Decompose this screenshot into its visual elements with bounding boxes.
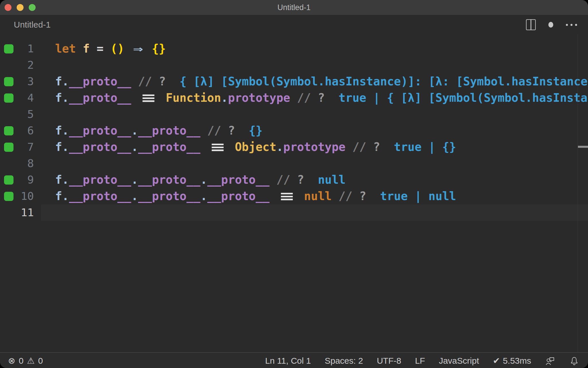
code-content[interactable]: f.__proto__ ≡ Function.prototype // ? tr… [41,90,588,106]
title-bar: Untitled-1 [0,0,588,15]
token-q: ? [318,91,325,104]
token-ref: f [55,91,62,104]
token-dot: . [131,140,138,154]
token-pln [166,75,179,88]
unsaved-dot-icon[interactable] [548,22,553,28]
code-line-10[interactable]: 10f.__proto__.__proto__.__proto__ ≡ null… [0,188,588,204]
token-pln [221,124,228,137]
quokka-time-status[interactable]: ✔ 5.53ms [493,356,531,366]
token-res: true | {} [394,140,456,154]
code-content[interactable] [41,106,588,122]
split-editor-icon[interactable] [526,19,536,30]
token-ref: f [55,124,62,137]
token-par: {} [152,42,166,55]
quokka-coverage-icon [4,175,13,185]
code-content[interactable] [41,155,588,172]
status-bar: ⊗ 0 ⚠ 0 Ln 11, Col 1 Spaces: 2 UTF-8 LF … [0,352,588,368]
code-line-5[interactable]: 5 [0,106,588,122]
token-def: f [83,42,90,55]
token-res: null [318,173,345,186]
token-dot: . [276,140,283,154]
token-pln [304,173,318,186]
token-proto: __proto__ [69,91,131,104]
token-ref: f [55,189,62,203]
gutter: 6 [0,122,41,139]
code-content[interactable]: f.__proto__.__proto__ ≡ Object.prototype… [41,139,588,155]
quokka-coverage-icon [4,192,13,201]
token-dot: . [62,173,69,186]
token-proto: __proto__ [69,140,131,154]
code-editor[interactable]: 1let f = () ⇒ {}23f.__proto__ // ? { [λ]… [0,34,588,352]
gutter: 8 [0,155,41,172]
status-bar-right: Ln 11, Col 1 Spaces: 2 UTF-8 LF JavaScri… [265,356,579,366]
token-q: ? [159,75,166,88]
token-dot: . [200,173,207,186]
eol-status[interactable]: LF [415,356,425,366]
code-line-2[interactable]: 2 [0,57,588,73]
line-number: 4 [13,90,41,106]
quokka-coverage-icon [4,44,13,53]
tab-untitled-1[interactable]: Untitled-1 [14,20,51,30]
code-content[interactable]: f.__proto__.__proto__.__proto__ ≡ null /… [41,188,588,204]
cursor-position[interactable]: Ln 11, Col 1 [265,356,311,366]
token-ref: f [55,140,62,154]
quokka-coverage-icon [4,143,13,152]
token-cls: Function [166,91,221,104]
indentation-status[interactable]: Spaces: 2 [325,356,363,366]
code-line-11[interactable]: 11 [0,204,588,221]
feedback-icon[interactable] [545,356,555,366]
token-pln [235,124,249,137]
code-content[interactable]: f.__proto__ // ? { [λ] [Symbol(Symbol.ha… [41,73,588,90]
token-pln [352,189,359,203]
line-number: 2 [13,57,41,73]
token-proto: __proto__ [207,173,270,186]
code-line-7[interactable]: 7f.__proto__.__proto__ ≡ Object.prototyp… [0,139,588,155]
vscode-window: Untitled-1 Untitled-1 1let f = () ⇒ {}23… [0,0,588,368]
problems-status[interactable]: ⊗ 0 ⚠ 0 [8,356,43,366]
token-pln [270,173,276,186]
code-line-8[interactable]: 8 [0,155,588,172]
line-number: 8 [13,155,41,172]
token-cmt: // [352,140,366,154]
token-pln [131,75,138,88]
encoding-status[interactable]: UTF-8 [377,356,401,366]
line-number: 1 [13,41,41,57]
code-content[interactable]: f.__proto__.__proto__.__proto__ // ? nul… [41,172,588,188]
gutter: 3 [0,73,41,90]
code-line-9[interactable]: 9f.__proto__.__proto__.__proto__ // ? nu… [0,172,588,188]
ellipsis-icon[interactable] [566,24,577,26]
token-dot: . [62,91,69,104]
token-res: true | null [380,189,456,203]
token-cls: Object [235,140,276,154]
language-mode[interactable]: JavaScript [439,356,479,366]
token-pln [366,189,380,203]
code-content[interactable]: f.__proto__.__proto__ // ? {} [41,122,588,139]
gutter: 10 [0,188,41,204]
code-line-1[interactable]: 1let f = () ⇒ {} [0,41,588,57]
token-cmt: // [297,91,311,104]
code-content[interactable] [41,204,588,221]
code-content[interactable] [41,57,588,73]
overview-ruler[interactable] [578,34,588,352]
code-content[interactable]: let f = () ⇒ {} [41,41,588,57]
code-line-4[interactable]: 4f.__proto__ ≡ Function.prototype // ? t… [0,90,588,106]
token-nul: null [304,189,332,203]
quokka-coverage-icon [4,77,13,86]
token-eq: ≡ [128,90,169,106]
bell-icon[interactable] [569,356,579,366]
code-line-6[interactable]: 6f.__proto__.__proto__ // ? {} [0,122,588,139]
token-dot: . [131,173,138,186]
token-pln [380,140,394,154]
token-pln [290,173,297,186]
token-ref: f [55,75,62,88]
line-number: 6 [13,122,41,139]
gutter: 9 [0,172,41,188]
gutter: 7 [0,139,41,155]
gutter: 1 [0,41,41,57]
code-line-3[interactable]: 3f.__proto__ // ? { [λ] [Symbol(Symbol.h… [0,73,588,90]
token-proto: __proto__ [69,75,131,88]
quokka-coverage-icon [4,93,13,103]
token-res: true | { [λ] [Symbol(Symbol.hasInstanc [339,91,588,104]
gutter: 4 [0,90,41,106]
token-dot: . [62,124,69,137]
